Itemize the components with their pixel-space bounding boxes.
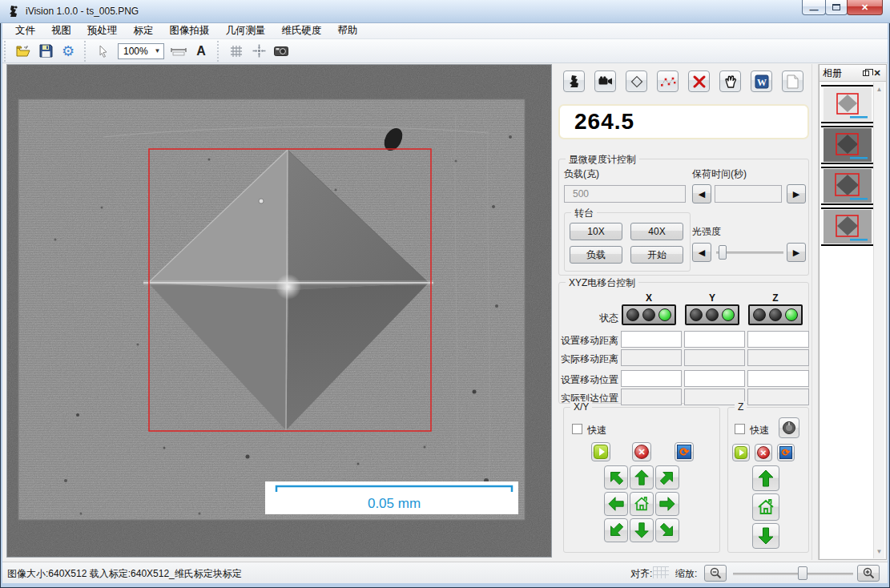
load-input[interactable] bbox=[564, 185, 686, 203]
settings-button[interactable]: ⚙ bbox=[58, 42, 78, 61]
zoom-out-button[interactable] bbox=[704, 565, 727, 582]
zoom-in-button[interactable] bbox=[857, 565, 880, 582]
z-fast-checkbox[interactable] bbox=[735, 424, 745, 434]
arrow-up-left-icon bbox=[603, 465, 628, 489]
pan-tool-button[interactable] bbox=[719, 70, 741, 92]
z-home-button[interactable] bbox=[752, 493, 779, 521]
grid-toggle-button[interactable] bbox=[227, 42, 246, 61]
z-down-button[interactable] bbox=[752, 523, 779, 549]
z-light-off-2 bbox=[769, 308, 782, 321]
light-slider-thumb[interactable] bbox=[719, 245, 727, 260]
new-document-button[interactable] bbox=[782, 70, 803, 92]
light-decrement-button[interactable]: ◀ bbox=[692, 243, 711, 262]
menu-vickers[interactable]: 维氏硬度 bbox=[274, 22, 330, 39]
minimize-button[interactable]: — bbox=[802, 0, 826, 15]
menu-view[interactable]: 视图 bbox=[43, 22, 79, 39]
z-start-button[interactable] bbox=[732, 444, 750, 461]
xy-reset-button[interactable]: ⟳ bbox=[675, 442, 694, 461]
align-grid-icon[interactable] bbox=[653, 566, 669, 578]
album-thumbnail[interactable] bbox=[821, 85, 873, 123]
y-set-position-input[interactable] bbox=[684, 370, 745, 387]
z-reset-button[interactable]: ⟳ bbox=[777, 444, 795, 461]
album-thumbnail[interactable] bbox=[821, 207, 873, 246]
save-button[interactable] bbox=[36, 42, 55, 61]
axis-y-header: Y bbox=[684, 292, 740, 304]
ruler-icon bbox=[171, 46, 187, 56]
jog-down-left-button[interactable] bbox=[604, 518, 628, 542]
album-close-button[interactable]: ✕ bbox=[872, 67, 883, 79]
xy-fast-checkbox[interactable] bbox=[572, 424, 582, 434]
jog-down-button[interactable] bbox=[630, 518, 654, 542]
z-dial-button[interactable] bbox=[779, 417, 799, 438]
dwell-time-label: 保荷时间(秒) bbox=[692, 167, 747, 181]
jog-left-button[interactable] bbox=[604, 492, 628, 516]
light-increment-button[interactable]: ▶ bbox=[787, 243, 806, 262]
scroll-up-icon[interactable]: ▲ bbox=[875, 85, 884, 94]
z-stop-button[interactable]: ✕ bbox=[755, 444, 772, 461]
tester-control-group: 显微硬度计控制 负载(克) 保荷时间(秒) ◀ ▶ 转台 10X 40X 负载 … bbox=[558, 159, 809, 276]
view-zoom-slider-track[interactable] bbox=[733, 573, 853, 575]
objective-10x-button[interactable]: 10X bbox=[570, 223, 622, 240]
point-measure-button[interactable] bbox=[657, 70, 679, 92]
tester-machine-button[interactable] bbox=[563, 70, 585, 92]
view-zoom-slider-thumb[interactable] bbox=[798, 566, 807, 580]
album-panel: 相册 ✕ bbox=[819, 64, 887, 560]
jog-up-left-button[interactable] bbox=[604, 465, 628, 489]
center-target-button[interactable] bbox=[249, 42, 268, 61]
play-icon bbox=[735, 446, 747, 459]
menu-calibration[interactable]: 标定 bbox=[126, 22, 162, 39]
image-viewport[interactable]: 0.05 mm bbox=[6, 64, 552, 558]
measure-tool-button[interactable] bbox=[169, 42, 188, 61]
album-thumbnail[interactable] bbox=[821, 126, 873, 164]
jog-right-button[interactable] bbox=[655, 492, 679, 516]
objective-40x-button[interactable]: 40X bbox=[630, 223, 683, 240]
combobox-dropdown-icon[interactable]: ▼ bbox=[151, 44, 163, 58]
z-up-button[interactable] bbox=[752, 465, 779, 491]
magnifier-minus-icon bbox=[710, 567, 722, 579]
arrow-left-icon bbox=[607, 495, 625, 513]
x-actual-distance-field bbox=[621, 349, 682, 366]
dwell-increment-button[interactable]: ▶ bbox=[787, 184, 806, 203]
dwell-decrement-button[interactable]: ◀ bbox=[692, 184, 711, 203]
zoom-level-combobox[interactable]: 100% ▼ bbox=[118, 43, 164, 59]
scroll-down-icon[interactable]: ▼ bbox=[875, 547, 884, 556]
jog-up-right-button[interactable] bbox=[655, 465, 679, 489]
jog-home-button[interactable] bbox=[630, 492, 654, 516]
text-tool-button[interactable]: A bbox=[191, 42, 211, 61]
delete-measure-button[interactable] bbox=[688, 70, 710, 92]
z-set-distance-input[interactable] bbox=[747, 331, 809, 348]
grid-icon bbox=[230, 45, 243, 58]
jog-down-right-button[interactable] bbox=[655, 518, 679, 542]
start-test-button[interactable]: 开始 bbox=[630, 246, 683, 264]
diamond-measure-button[interactable] bbox=[626, 70, 647, 92]
pointer-tool-button[interactable] bbox=[94, 42, 113, 61]
menu-file[interactable]: 文件 bbox=[7, 22, 43, 39]
video-capture-button[interactable] bbox=[594, 70, 616, 92]
dwell-time-input[interactable] bbox=[715, 185, 782, 203]
x-set-position-input[interactable] bbox=[621, 370, 682, 387]
album-float-button[interactable] bbox=[860, 67, 872, 79]
y-set-distance-input[interactable] bbox=[684, 331, 745, 348]
menu-preprocess[interactable]: 预处理 bbox=[79, 22, 126, 39]
z-set-position-input[interactable] bbox=[747, 370, 809, 387]
xy-stop-button[interactable]: ✕ bbox=[632, 442, 651, 461]
x-set-distance-input[interactable] bbox=[621, 331, 682, 348]
main-area: 0.05 mm bbox=[2, 63, 888, 562]
album-scrollbar[interactable]: ▲ ▼ bbox=[873, 83, 884, 558]
open-file-button[interactable] bbox=[14, 42, 33, 61]
gear-icon: ⚙ bbox=[62, 44, 75, 58]
title-bar[interactable]: iVision 1.0.0 - ts_005.PNG — ✕ bbox=[0, 0, 890, 23]
load-position-button[interactable]: 负载 bbox=[570, 246, 622, 264]
jog-up-button[interactable] bbox=[630, 465, 654, 489]
menu-capture[interactable]: 图像拍摄 bbox=[162, 22, 218, 39]
snapshot-button[interactable] bbox=[272, 42, 291, 61]
maximize-button[interactable] bbox=[825, 0, 848, 15]
close-button[interactable]: ✕ bbox=[847, 0, 883, 15]
album-thumbnail[interactable] bbox=[821, 167, 873, 205]
word-report-button[interactable]: W bbox=[751, 70, 772, 92]
blank-page-icon bbox=[787, 75, 799, 89]
menu-help[interactable]: 帮助 bbox=[330, 22, 366, 39]
menu-geometry[interactable]: 几何测量 bbox=[218, 22, 274, 39]
xy-start-button[interactable] bbox=[591, 442, 610, 461]
panel-splitter[interactable] bbox=[811, 64, 819, 560]
